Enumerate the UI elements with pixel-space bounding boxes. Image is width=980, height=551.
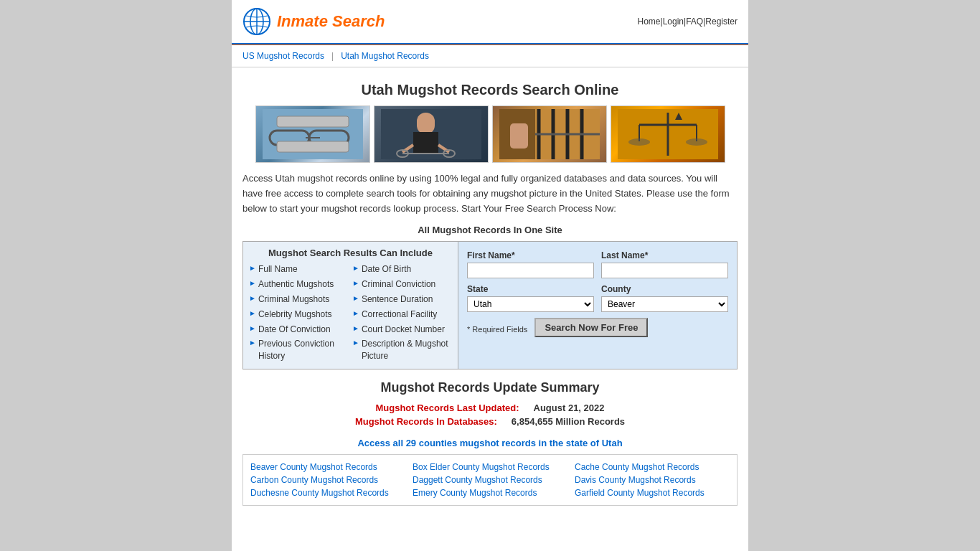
county-link-davis[interactable]: Davis County Mugshot Records	[575, 475, 730, 485]
name-row: First Name* Last Name*	[467, 250, 728, 278]
features-title: Mugshot Search Results Can Include	[249, 248, 452, 258]
county-link-daggett[interactable]: Daggett County Mugshot Records	[413, 475, 567, 485]
feature-correctional-facility: ► Correctional Facility	[352, 308, 452, 321]
nav-faq[interactable]: FAQ	[686, 17, 703, 27]
location-row: State Utah County Beaver Box Elder Cache…	[467, 284, 728, 312]
search-form-panel: First Name* Last Name* State Utah	[458, 242, 737, 369]
image-arrest	[374, 105, 489, 163]
breadcrumb-sep: |	[331, 51, 334, 61]
county-link-beaver[interactable]: Beaver County Mugshot Records	[250, 462, 405, 472]
last-updated-value: August 21, 2022	[534, 402, 605, 413]
features-panel: Mugshot Search Results Can Include ► Ful…	[243, 242, 458, 369]
features-grid: ► Full Name ► Date Of Birth ► Authentic …	[249, 263, 452, 363]
county-link-box-elder[interactable]: Box Elder County Mugshot Records	[413, 462, 567, 472]
county-link-carbon[interactable]: Carbon County Mugshot Records	[250, 475, 405, 485]
feature-label: Court Docket Number	[362, 324, 445, 336]
feature-label: Authentic Mugshots	[258, 278, 334, 291]
arrow-icon: ►	[352, 338, 359, 348]
required-note: * Required Fields	[467, 325, 527, 334]
image-handcuffs	[255, 105, 370, 163]
feature-label: Correctional Facility	[362, 309, 437, 321]
first-name-input[interactable]	[467, 263, 594, 278]
nav-home[interactable]: Home	[638, 17, 661, 27]
last-name-label: Last Name*	[601, 250, 728, 260]
feature-sentence-duration: ► Sentence Duration	[352, 293, 452, 306]
nav-register[interactable]: Register	[705, 17, 738, 27]
breadcrumb-item-1[interactable]: US Mugshot Records	[242, 51, 324, 61]
county-access-link[interactable]: Access all 29 counties mugshot records i…	[357, 438, 622, 448]
svg-rect-11	[417, 113, 435, 134]
feature-full-name: ► Full Name	[249, 263, 349, 276]
last-name-group: Last Name*	[601, 250, 728, 278]
county-link-emery[interactable]: Emery County Mugshot Records	[413, 488, 567, 498]
update-row-count: Mugshot Records In Databases: 6,854,655 …	[242, 416, 738, 427]
county-label: County	[601, 284, 728, 294]
arrow-icon: ►	[352, 324, 359, 334]
svg-point-32	[686, 138, 707, 146]
county-select[interactable]: Beaver Box Elder Cache Carbon Daggett Da…	[601, 296, 728, 312]
site-title: Inmate Search	[277, 12, 385, 31]
state-group: State Utah	[467, 284, 594, 312]
update-summary: Mugshot Records Update Summary Mugshot R…	[242, 380, 738, 427]
page-description: Access Utah mugshot records online by us…	[242, 171, 738, 216]
breadcrumb-item-2[interactable]: Utah Mugshot Records	[341, 51, 429, 61]
in-databases-label: Mugshot Records In Databases:	[355, 416, 497, 427]
last-name-input[interactable]	[601, 263, 728, 278]
arrow-icon: ►	[249, 309, 256, 319]
breadcrumb: US Mugshot Records | Utah Mugshot Record…	[232, 45, 748, 67]
arrow-icon: ►	[249, 293, 256, 303]
update-row-date: Mugshot Records Last Updated: August 21,…	[242, 402, 738, 413]
arrow-icon: ►	[352, 309, 359, 319]
images-row	[242, 105, 738, 163]
svg-rect-8	[277, 116, 349, 127]
main-content: Utah Mugshot Records Search Online	[232, 67, 748, 517]
arrow-icon: ►	[249, 263, 256, 273]
svg-rect-12	[413, 132, 438, 154]
feature-date-of-conviction: ► Date Of Conviction	[249, 323, 349, 336]
search-button[interactable]: Search Now For Free	[534, 318, 648, 337]
feature-celebrity-mugshots: ► Celebrity Mugshots	[249, 308, 349, 321]
page-title: Utah Mugshot Records Search Online	[242, 82, 738, 98]
logo-area: Inmate Search	[242, 7, 385, 36]
update-summary-title: Mugshot Records Update Summary	[242, 380, 738, 395]
county-access: Access all 29 counties mugshot records i…	[242, 438, 738, 448]
arrow-icon: ►	[352, 278, 359, 288]
feature-label: Date Of Conviction	[258, 324, 331, 336]
feature-date-of-birth: ► Date Of Birth	[352, 263, 452, 276]
state-label: State	[467, 284, 594, 294]
arrow-icon: ►	[249, 324, 256, 334]
county-group: County Beaver Box Elder Cache Carbon Dag…	[601, 284, 728, 312]
county-grid: Beaver County Mugshot Records Box Elder …	[250, 462, 730, 498]
arrow-icon: ►	[352, 293, 359, 303]
arrow-icon: ►	[249, 338, 256, 348]
feature-court-docket: ► Court Docket Number	[352, 323, 452, 336]
county-link-duchesne[interactable]: Duchesne County Mugshot Records	[250, 488, 405, 498]
arrow-icon: ►	[352, 263, 359, 273]
feature-authentic-mugshots: ► Authentic Mugshots	[249, 278, 349, 291]
nav-links: Home|Login|FAQ|Register	[638, 17, 738, 27]
county-grid-box: Beaver County Mugshot Records Box Elder …	[242, 454, 738, 506]
feature-label: Description & Mugshot Picture	[362, 338, 452, 362]
first-name-label: First Name*	[467, 250, 594, 260]
county-link-garfield[interactable]: Garfield County Mugshot Records	[575, 488, 730, 498]
feature-description-mugshot: ► Description & Mugshot Picture	[352, 337, 452, 363]
feature-label: Criminal Conviction	[362, 278, 435, 291]
svg-rect-9	[277, 141, 349, 152]
last-updated-label: Mugshot Records Last Updated:	[375, 402, 519, 413]
state-select[interactable]: Utah	[467, 296, 594, 312]
image-justice	[611, 105, 725, 163]
feature-label: Full Name	[258, 263, 298, 276]
feature-criminal-conviction: ► Criminal Conviction	[352, 278, 452, 291]
globe-icon	[242, 7, 271, 36]
arrow-icon: ►	[249, 278, 256, 288]
feature-label: Date Of Birth	[362, 263, 411, 276]
svg-point-31	[628, 138, 650, 146]
county-link-cache[interactable]: Cache County Mugshot Records	[575, 462, 730, 472]
search-area: Mugshot Search Results Can Include ► Ful…	[242, 241, 738, 369]
feature-label: Sentence Duration	[362, 293, 433, 306]
svg-rect-25	[510, 123, 528, 149]
feature-label: Previous Conviction History	[258, 338, 349, 362]
in-databases-value: 6,854,655 Million Records	[512, 416, 625, 427]
nav-login[interactable]: Login	[663, 17, 684, 27]
feature-previous-conviction: ► Previous Conviction History	[249, 337, 349, 363]
